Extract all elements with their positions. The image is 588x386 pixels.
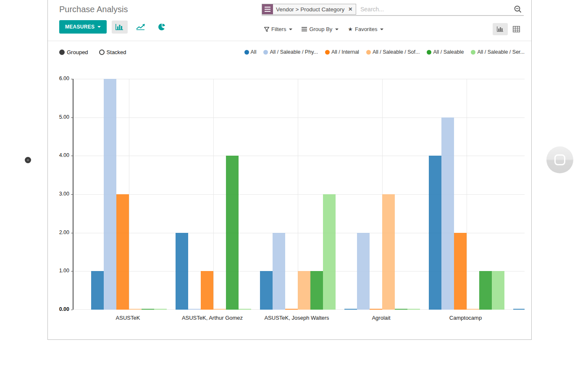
pivot-view-button[interactable] [509, 23, 524, 35]
stacked-mode-radio[interactable]: Stacked [99, 49, 126, 55]
bar[interactable] [407, 309, 420, 310]
x-axis-label: ASUSTeK [82, 315, 174, 321]
left-floating-dot [25, 157, 31, 163]
bar[interactable] [429, 156, 441, 310]
bar[interactable] [260, 271, 273, 310]
search-input[interactable] [360, 4, 499, 15]
search-underline [262, 15, 524, 16]
hamburger-icon [302, 27, 307, 31]
line-chart-icon [136, 23, 145, 30]
legend-item[interactable]: All / Saleable / Ser... [471, 49, 525, 55]
favorites-menu-button[interactable]: ★ Favorites [348, 26, 383, 32]
filter-row: Filters Group By ★ Favorites [264, 23, 524, 36]
legend-item[interactable]: All [244, 49, 257, 55]
x-gridline [467, 79, 467, 310]
bar[interactable] [285, 309, 298, 310]
bar[interactable] [382, 194, 395, 310]
search-bar: Vendor > Product Category ✕ [262, 4, 524, 16]
purchase-analysis-card: Purchase Analysis MEASURES [47, 0, 532, 340]
bar[interactable] [116, 194, 129, 310]
bar[interactable] [226, 156, 239, 310]
bar[interactable] [323, 194, 336, 310]
assistive-touch-button[interactable] [546, 146, 573, 173]
y-axis-label: 1.00 [50, 268, 69, 274]
bar[interactable] [239, 309, 251, 310]
x-axis-label: Camptocamp [420, 315, 512, 321]
bar-chart-type-button[interactable] [112, 21, 128, 34]
list-icon [262, 4, 273, 14]
line-chart-type-button[interactable] [133, 21, 149, 34]
bar[interactable] [395, 309, 407, 310]
y-axis-label: 5.00 [50, 114, 69, 120]
x-gridline [213, 79, 214, 310]
x-axis-label: Agrolait [335, 315, 428, 321]
bar[interactable] [188, 309, 201, 310]
bar[interactable] [370, 309, 382, 310]
group-by-label: Group By [309, 26, 332, 32]
bar[interactable] [467, 309, 479, 310]
y-axis-label: 3.00 [50, 191, 69, 197]
clipped-bar[interactable] [513, 309, 525, 310]
groupby-facet[interactable]: Vendor > Product Category ✕ [262, 4, 356, 15]
favorites-label: Favorites [355, 26, 377, 32]
bar[interactable] [154, 309, 167, 310]
chevron-down-icon [335, 29, 339, 30]
grouped-mode-radio[interactable]: Grouped [59, 49, 88, 55]
star-icon: ★ [348, 26, 353, 32]
bar[interactable] [454, 233, 467, 310]
y-axis-label: 4.00 [50, 152, 69, 158]
measures-button[interactable]: MEASURES [59, 20, 107, 34]
bar-view-icon [496, 26, 504, 32]
home-square-icon [554, 154, 565, 165]
bar[interactable] [213, 309, 226, 310]
facet-remove-icon[interactable]: ✕ [347, 4, 356, 14]
legend-label: All [251, 49, 257, 55]
y-axis-label: 0.00 [50, 306, 69, 312]
bar[interactable] [357, 233, 370, 310]
legend-label: All / Saleable [433, 49, 464, 55]
legend-dot-icon [244, 50, 249, 55]
x-axis-label: ASUSTeK, Arthur Gomez [166, 315, 259, 321]
measures-row: MEASURES [59, 20, 170, 34]
pie-chart-type-button[interactable] [154, 21, 170, 34]
bar[interactable] [298, 271, 310, 310]
x-gridline [129, 79, 129, 310]
radio-unchecked-icon [99, 50, 105, 55]
legend-item[interactable]: All / Saleable / Sof... [366, 49, 420, 55]
y-axis-label: 2.00 [50, 230, 69, 235]
legend-label: All / Saleable / Phy... [270, 49, 318, 55]
bar-chart-icon [115, 23, 124, 31]
bar[interactable] [142, 309, 154, 310]
legend-item[interactable]: All / Internal [325, 49, 359, 55]
legend-label: All / Saleable / Sof... [373, 49, 420, 55]
filters-menu-button[interactable]: Filters [264, 26, 292, 32]
bar[interactable] [129, 309, 142, 310]
bar[interactable] [441, 117, 454, 310]
pivot-grid-icon [513, 26, 520, 32]
bar[interactable] [176, 233, 188, 310]
legend-item[interactable]: All / Saleable / Phy... [263, 49, 318, 55]
bar[interactable] [310, 271, 323, 310]
bar[interactable] [479, 271, 492, 310]
legend-dot-icon [366, 50, 371, 55]
graph-view-button[interactable] [493, 23, 508, 35]
bar[interactable] [273, 233, 285, 310]
radio-checked-icon [59, 50, 65, 55]
pie-chart-icon [158, 23, 165, 31]
group-by-menu-button[interactable]: Group By [302, 26, 339, 32]
magnifier-minus-icon[interactable] [514, 5, 522, 13]
y-axis-label: 6.00 [50, 76, 69, 81]
page-title: Purchase Analysis [59, 5, 128, 14]
stacked-label: Stacked [107, 49, 126, 55]
grouped-label: Grouped [67, 49, 88, 55]
y-gridline [74, 79, 525, 79]
bar[interactable] [344, 309, 357, 310]
legend-dot-icon [325, 50, 330, 55]
bar[interactable] [492, 271, 504, 310]
bar[interactable] [104, 79, 116, 310]
bar[interactable] [201, 271, 213, 310]
bar[interactable] [91, 271, 104, 310]
chevron-down-icon [380, 29, 383, 30]
y-axis-tick [71, 310, 73, 310]
legend-item[interactable]: All / Saleable [427, 49, 464, 55]
